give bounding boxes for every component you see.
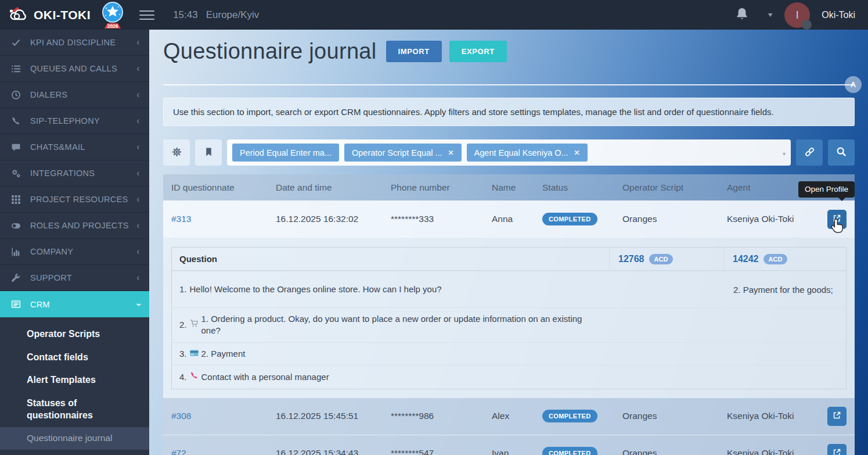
submenu-item-operator-scripts[interactable]: Operator Scripts [0,323,149,346]
call-column-2: 14242 ACD [723,248,846,270]
question-row: 4. Contact with a personal manager [172,365,846,389]
external-link-icon [833,411,841,421]
external-link-icon [833,214,841,224]
filter-dropdown-caret-icon[interactable]: ▾ [783,151,786,157]
avatar[interactable]: I [784,2,810,28]
sidebar-item-dialers[interactable]: DIALERS‹ [0,82,149,108]
user-menu-chevron-icon[interactable]: ▼ [766,12,774,19]
acd-badge: ACD [649,254,673,264]
expanded-questionnaire-detail: Question 12768 ACD 14242 ACD 1. Hello! W… [163,238,855,397]
sidebar-item-sip-telephony[interactable]: SIP-TELEPHONY‹ [0,108,149,134]
answer-text: 2. Payment for the goods; [723,271,846,307]
sidebar-item-project-resources[interactable]: PROJECT RESOURCES‹ [0,187,149,213]
collapse-chevron-icon: ‹ [136,272,140,284]
username-label: Oki-Toki [822,10,855,20]
acd-badge: ACD [763,254,788,264]
info-panel: Use this section to import, search or ex… [163,98,855,126]
logo-cloud-icon [8,5,29,25]
table-row: #308 16.12.2025 15:45:51 ********986 Ale… [163,397,855,435]
table-row: #313 16.12.2025 16:32:02 ********333 Ann… [163,200,855,238]
phone-cell: ********986 [391,411,492,421]
bookmark-icon [204,147,214,159]
call-id-link[interactable]: 14242 [733,254,759,264]
sidebar-item-company[interactable]: COMPANY‹ [0,239,149,265]
filter-input[interactable]: Period Equal Enter ma... Operator Script… [227,139,791,166]
new-year-globe-badge: 2026 [99,1,127,30]
search-icon [836,146,847,159]
submenu-item-statuses-of-questionnaires[interactable]: Statuses of questionnaires [0,392,122,427]
main-content: Questionnaire journal IMPORT EXPORT A Us… [149,30,868,455]
question-text: 2. Payment [201,348,246,360]
column-header: Name [492,182,542,193]
collapse-chevron-icon: ‹ [136,194,140,205]
list-icon [10,64,21,74]
copy-link-button[interactable] [796,139,823,166]
question-text: Contact with a personal manager [201,371,329,383]
submenu-item-alert-templates[interactable]: Alert Templates [0,368,149,392]
bookmark-template-button[interactable] [195,139,222,166]
timezone-label: Europe/Kyiv [206,9,260,21]
external-link-icon [833,448,841,455]
remove-tag-icon[interactable]: ✕ [448,149,454,157]
name-cell: Anna [492,214,542,224]
status-badge: COMPLETED [542,447,597,455]
globe-year-label: 2026 [99,23,127,29]
avatar-initial: I [796,9,799,22]
phone-cell: ********333 [391,214,492,224]
shopping-cart-icon [190,319,199,331]
column-header: Phone number [391,182,492,193]
gear-icon [171,146,182,159]
settings-gear-button[interactable] [163,139,190,166]
submenu-item-questionnaire-statistics[interactable]: Questionnaire statistics [0,450,149,455]
collapse-chevron-icon: ‹ [136,167,140,179]
question-row: 3. 2. Payment [172,342,846,365]
sidebar-item-roles-and-projects[interactable]: ROLES AND PROJECTS‹ [0,213,149,239]
questionnaire-id-link[interactable]: #72 [171,448,186,455]
script-cell: Oranges [622,448,727,455]
logo[interactable]: OKI-TOKI [0,5,91,25]
sidebar-item-integrations[interactable]: INTEGRATIONS‹ [0,160,149,187]
status-badge: COMPLETED [542,213,597,225]
call-id-link[interactable]: 12768 [618,254,644,264]
remove-tag-icon[interactable]: ✕ [574,149,580,157]
question-text: 1. Ordering a product. Okay, do you want… [201,313,585,337]
sidebar-item-kpi-and-discipline[interactable]: KPI AND DISCIPLINE‹ [0,30,149,56]
crm-icon [10,299,21,309]
questionnaire-id-link[interactable]: #308 [171,411,191,421]
open-profile-button[interactable] [827,407,847,426]
import-button[interactable]: IMPORT [386,41,442,62]
submenu-item-questionnaire-journal[interactable]: Questionnaire journal [0,427,149,450]
topbar: OKI-TOKI 2026 15:43 Europe/Kyiv ▼ I Oki-… [0,0,868,30]
bar-chart-icon [10,247,21,257]
collapse-chevron-icon: ‹ [136,37,140,48]
status-badge: COMPLETED [542,410,597,422]
chat-icon [10,142,21,152]
detail-header: Question 12768 ACD 14242 ACD [172,248,846,271]
sidebar-item-chats-mail[interactable]: CHATS&MAIL‹ [0,134,149,160]
page-title: Questionnaire journal [163,39,377,64]
notifications-bell-icon[interactable] [733,4,751,26]
sidebar-item-queues-and-calls[interactable]: QUEUES AND CALLS‹ [0,56,149,82]
phone-icon [10,116,21,126]
collapse-chevron-icon: ‹ [136,246,140,257]
sidebar-item-support[interactable]: SUPPORT‹ [0,265,149,291]
collapse-chevron-icon: ‹ [136,141,140,153]
menu-toggle-button[interactable] [139,8,154,23]
anchor-badge[interactable]: A [845,76,862,93]
filter-tag-agent[interactable]: Agent Equal Kseniya O...✕ [467,144,588,162]
submenu-item-contact-fields[interactable]: Contact fields [0,346,149,369]
filter-tag-operator-script[interactable]: Operator Script Equal ...✕ [344,144,462,162]
sidebar-item-crm[interactable]: CRM‹ [0,291,149,317]
open-profile-button[interactable] [827,444,847,455]
gears-icon [10,169,21,178]
crm-submenu: Operator Scripts Contact fields Alert Te… [0,317,149,455]
agent-cell: Kseniya Oki-Toki [727,411,819,421]
export-button[interactable]: EXPORT [449,41,507,62]
questionnaire-id-link[interactable]: #313 [171,214,191,224]
sidebar: KPI AND DISCIPLINE‹ QUEUES AND CALLS‹ DI… [0,30,149,455]
clock-icon [10,90,21,100]
open-profile-tooltip: Open Profile [798,181,855,198]
search-button[interactable] [828,139,855,166]
filter-tag-period[interactable]: Period Equal Enter ma... [232,144,339,162]
open-profile-button[interactable] [827,210,847,229]
